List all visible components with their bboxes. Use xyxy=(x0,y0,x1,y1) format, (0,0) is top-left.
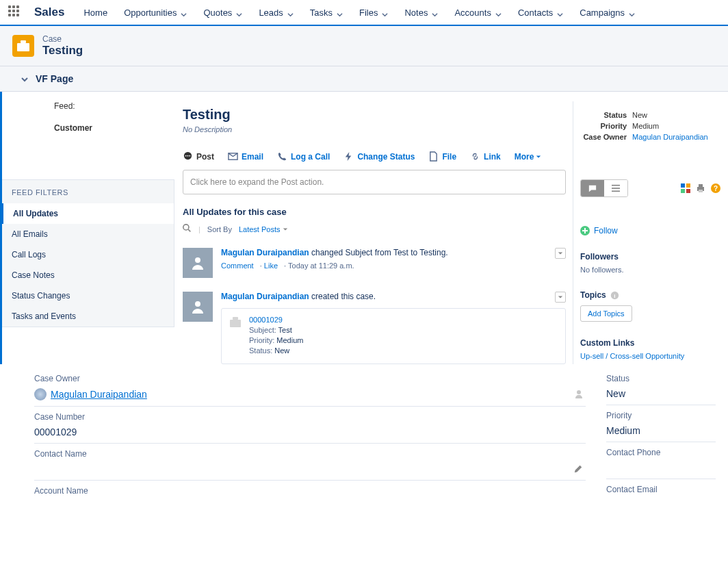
help-icon[interactable]: ? xyxy=(710,183,721,194)
chevron-down-icon[interactable] xyxy=(629,10,635,16)
edit-icon[interactable] xyxy=(573,464,583,474)
search-icon[interactable] xyxy=(183,224,192,234)
vf-page-section-header[interactable]: VF Page xyxy=(0,66,728,92)
filter-tasks-events[interactable]: Tasks and Events xyxy=(2,306,174,327)
tab-email[interactable]: Email xyxy=(228,151,263,162)
svg-point-26 xyxy=(577,390,581,394)
chevron-down-icon[interactable] xyxy=(495,10,502,16)
feed-author-link[interactable]: Magulan Duraipandian xyxy=(221,248,309,257)
nav-home[interactable]: Home xyxy=(83,8,107,18)
svg-rect-18 xyxy=(686,189,690,193)
summary-priority: Medium xyxy=(632,122,659,130)
svg-point-3 xyxy=(185,155,187,157)
global-nav: Sales Home Opportunities Quotes Leads Ta… xyxy=(0,0,728,26)
nav-campaigns[interactable]: Campaigns xyxy=(580,8,635,18)
tab-change-status[interactable]: Change Status xyxy=(343,151,415,162)
field-label-contact: Contact Name xyxy=(34,446,586,461)
updates-heading: All Updates for this case xyxy=(183,207,566,217)
filter-case-notes[interactable]: Case Notes xyxy=(2,265,174,285)
field-value-phone xyxy=(606,460,716,479)
filter-all-updates[interactable]: All Updates xyxy=(1,203,174,224)
filter-all-emails[interactable]: All Emails xyxy=(2,224,174,244)
add-topics-button[interactable]: Add Topics xyxy=(580,305,632,322)
nav-contacts[interactable]: Contacts xyxy=(518,8,563,18)
custom-link-upsell[interactable]: Up-sell / Cross-sell Opportunity xyxy=(580,352,721,360)
summary-owner-link[interactable]: Magulan Duraipandian xyxy=(632,133,708,141)
feed-text: created this case. xyxy=(309,292,376,301)
field-value-contact xyxy=(34,461,586,481)
svg-rect-16 xyxy=(686,183,690,188)
app-launcher-icon[interactable] xyxy=(8,5,22,19)
field-label-phone: Contact Phone xyxy=(606,445,716,460)
nav-notes[interactable]: Notes xyxy=(404,8,438,18)
nav-accounts[interactable]: Accounts xyxy=(454,8,501,18)
phone-icon xyxy=(277,151,287,162)
nav-leads[interactable]: Leads xyxy=(259,8,293,18)
field-value-priority: Medium xyxy=(606,423,716,442)
print-icon[interactable] xyxy=(695,183,706,194)
field-label-account: Account Name xyxy=(34,483,586,498)
field-label-status: Status xyxy=(606,371,716,386)
like-link[interactable]: Like xyxy=(264,262,278,270)
envelope-icon xyxy=(228,151,238,162)
feed-item-menu[interactable] xyxy=(555,292,566,303)
svg-point-7 xyxy=(183,225,189,230)
nav-files[interactable]: Files xyxy=(359,8,388,18)
publisher-tabs: Post Email Log a Call Change Status File… xyxy=(183,147,541,166)
tab-link[interactable]: Link xyxy=(470,151,501,162)
field-value-status: New xyxy=(606,386,716,405)
filter-call-logs[interactable]: Call Logs xyxy=(2,244,174,265)
follow-button[interactable]: Follow xyxy=(580,226,721,235)
object-label: Case xyxy=(42,34,83,44)
chevron-down-icon[interactable] xyxy=(236,10,242,16)
nav-opportunities[interactable]: Opportunities xyxy=(124,8,187,18)
chevron-down-icon[interactable] xyxy=(21,75,29,83)
comment-link[interactable]: Comment xyxy=(221,262,254,270)
view-list-button[interactable] xyxy=(604,180,627,196)
summary-status: New xyxy=(632,111,647,119)
view-toggle xyxy=(580,179,628,197)
sort-dropdown[interactable]: Latest Posts xyxy=(239,225,289,233)
tab-log-call[interactable]: Log a Call xyxy=(277,151,330,162)
case-number-link[interactable]: 00001029 xyxy=(249,316,283,324)
chevron-down-icon[interactable] xyxy=(181,10,187,16)
chat-icon xyxy=(183,151,193,162)
svg-rect-13 xyxy=(612,188,620,189)
chevron-down-icon[interactable] xyxy=(287,10,294,16)
chevron-down-icon[interactable] xyxy=(432,10,438,16)
nav-quotes[interactable]: Quotes xyxy=(203,8,242,18)
svg-rect-20 xyxy=(699,184,703,187)
feed-author-link[interactable]: Magulan Duraipandian xyxy=(221,292,309,301)
vf-page-body: Feed: Customer FEED FILTERS All Updates … xyxy=(0,92,728,364)
feed-label: Feed: xyxy=(54,101,176,111)
nav-tasks[interactable]: Tasks xyxy=(310,8,343,18)
svg-point-8 xyxy=(195,257,200,263)
custom-links-heading: Custom Links xyxy=(580,338,721,348)
chevron-down-icon[interactable] xyxy=(337,10,343,16)
bolt-icon xyxy=(343,151,354,162)
avatar-icon xyxy=(183,248,213,278)
feed-text: changed Subject from Test to Testing. xyxy=(309,248,448,257)
post-input[interactable]: Click here to expand the Post action. xyxy=(183,170,566,194)
view-feed-button[interactable] xyxy=(581,180,604,196)
change-owner-icon[interactable] xyxy=(575,389,586,400)
tab-file[interactable]: File xyxy=(428,151,456,162)
feed-timestamp: Today at 11:29 a.m. xyxy=(288,262,354,270)
app-name: Sales xyxy=(34,5,64,19)
field-label-number: Case Number xyxy=(34,409,586,424)
feed-filters: FEED FILTERS All Updates All Emails Call… xyxy=(2,179,174,327)
feed-item: Magulan Duraipandian created this case. … xyxy=(183,292,566,364)
owner-link[interactable]: Magulan Duraipandian xyxy=(51,389,147,400)
filter-status-changes[interactable]: Status Changes xyxy=(2,285,174,306)
info-icon[interactable]: i xyxy=(610,291,619,300)
svg-rect-0 xyxy=(17,43,29,51)
feed-item-menu[interactable] xyxy=(555,248,566,259)
chevron-down-icon[interactable] xyxy=(557,10,563,16)
feed-description: No Description xyxy=(183,125,566,133)
chevron-down-icon[interactable] xyxy=(382,10,388,16)
svg-rect-17 xyxy=(681,189,685,193)
tab-post[interactable]: Post xyxy=(183,151,214,162)
tab-more[interactable]: More xyxy=(515,152,542,162)
layout-icon[interactable] xyxy=(680,183,691,194)
sort-label: Sort By xyxy=(207,225,232,233)
